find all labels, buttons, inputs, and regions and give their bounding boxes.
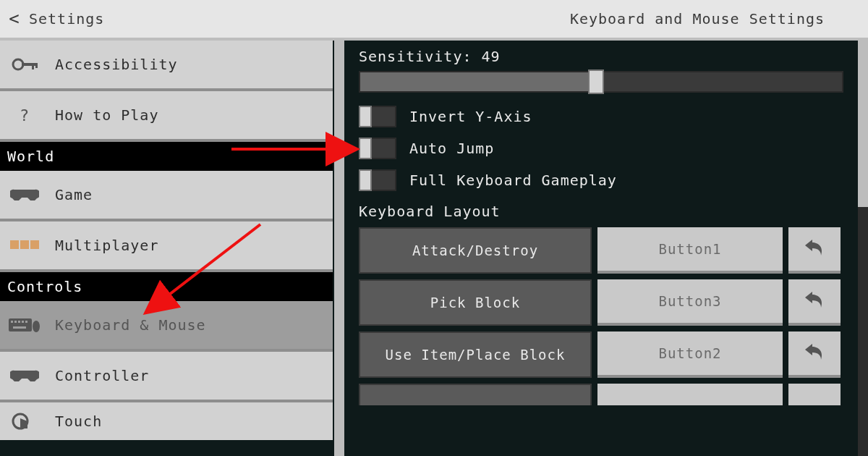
- svg-rect-5: [20, 240, 29, 249]
- binding-row: Use Item/Place Block Button2: [359, 332, 861, 378]
- svg-rect-10: [18, 321, 20, 323]
- toggle-invert-y[interactable]: [359, 106, 396, 127]
- sidebar-item-label: How to Play: [55, 106, 158, 124]
- sidebar-item-label: Touch: [55, 413, 102, 430]
- sidebar-section-world: World: [0, 142, 333, 171]
- top-bar: < Settings Keyboard and Mouse Settings: [0, 0, 868, 41]
- binding-button[interactable]: Button2: [597, 332, 783, 378]
- sidebar-item-label: Keyboard & Mouse: [55, 316, 206, 334]
- panel-title: Keyboard and Mouse Settings: [570, 10, 825, 28]
- question-icon: ?: [9, 104, 41, 127]
- binding-reset-button[interactable]: [788, 332, 841, 378]
- sidebar-item-multiplayer[interactable]: Multiplayer: [0, 221, 333, 272]
- sidebar-item-touch[interactable]: Touch: [0, 402, 333, 440]
- undo-icon: [804, 292, 825, 311]
- toggle-label: Full Keyboard Gameplay: [409, 172, 617, 189]
- binding-button[interactable]: Button3: [597, 279, 783, 326]
- svg-rect-3: [35, 63, 38, 68]
- svg-rect-2: [32, 63, 34, 69]
- svg-point-0: [13, 59, 23, 69]
- svg-rect-4: [10, 240, 19, 249]
- sidebar-item-keyboard-mouse[interactable]: Keyboard & Mouse: [0, 301, 333, 352]
- svg-rect-13: [13, 326, 26, 329]
- binding-row: Attack/Destroy Button1: [359, 227, 861, 274]
- touch-icon: [9, 410, 41, 433]
- sidebar-item-label: Controller: [55, 367, 149, 384]
- svg-rect-6: [30, 240, 39, 249]
- binding-button[interactable]: [597, 384, 783, 405]
- svg-rect-12: [25, 321, 27, 323]
- undo-icon: [804, 240, 825, 258]
- toggle-label: Invert Y-Axis: [409, 108, 532, 125]
- sidebar-item-label: Multiplayer: [55, 237, 158, 254]
- sidebar-section-controls: Controls: [0, 272, 333, 301]
- svg-rect-7: [9, 318, 32, 332]
- keyboard-layout-heading: Keyboard Layout: [359, 203, 861, 220]
- sensitivity-slider[interactable]: [359, 71, 843, 93]
- binding-reset-button[interactable]: [788, 227, 841, 274]
- sidebar-item-game[interactable]: Game: [0, 171, 333, 221]
- binding-action: Use Item/Place Block: [359, 332, 592, 378]
- sidebar-item-how-to-play[interactable]: ? How to Play: [0, 91, 333, 142]
- binding-reset-button[interactable]: [788, 384, 841, 405]
- binding-action: Attack/Destroy: [359, 227, 592, 274]
- key-icon: [9, 53, 41, 76]
- controller-icon: [9, 183, 41, 206]
- binding-button[interactable]: Button1: [597, 227, 783, 274]
- toggle-full-keyboard[interactable]: [359, 169, 396, 191]
- svg-rect-9: [14, 321, 17, 323]
- binding-action: Pick Block: [359, 279, 592, 326]
- controller-icon: [9, 364, 41, 387]
- sidebar-scrollbar[interactable]: [334, 41, 344, 456]
- sidebar-item-label: Game: [55, 186, 93, 203]
- toggle-auto-jump[interactable]: [359, 138, 396, 159]
- keyboard-icon: [9, 313, 41, 337]
- sensitivity-label: Sensitivity: 49: [359, 48, 861, 65]
- sidebar-item-accessibility[interactable]: Accessibility: [0, 41, 333, 91]
- sidebar-item-label: Accessibility: [55, 56, 178, 73]
- sidebar-item-controller[interactable]: Controller: [0, 352, 333, 402]
- svg-rect-11: [22, 321, 24, 323]
- people-icon: [9, 234, 41, 257]
- svg-rect-8: [11, 321, 13, 323]
- settings-panel: Sensitivity: 49 Invert Y-Axis Auto Jump …: [344, 41, 868, 456]
- binding-reset-button[interactable]: [788, 279, 841, 326]
- back-button[interactable]: <: [0, 9, 29, 29]
- binding-row: Pick Block Button3: [359, 279, 861, 326]
- page-title: Settings: [29, 10, 104, 28]
- panel-scrollbar[interactable]: [858, 41, 868, 456]
- binding-action: [359, 384, 592, 405]
- binding-row: [359, 384, 861, 405]
- sidebar: Accessibility ? How to Play World Game M…: [0, 41, 344, 456]
- undo-icon: [804, 344, 825, 363]
- svg-point-14: [33, 321, 40, 332]
- toggle-label: Auto Jump: [409, 140, 494, 157]
